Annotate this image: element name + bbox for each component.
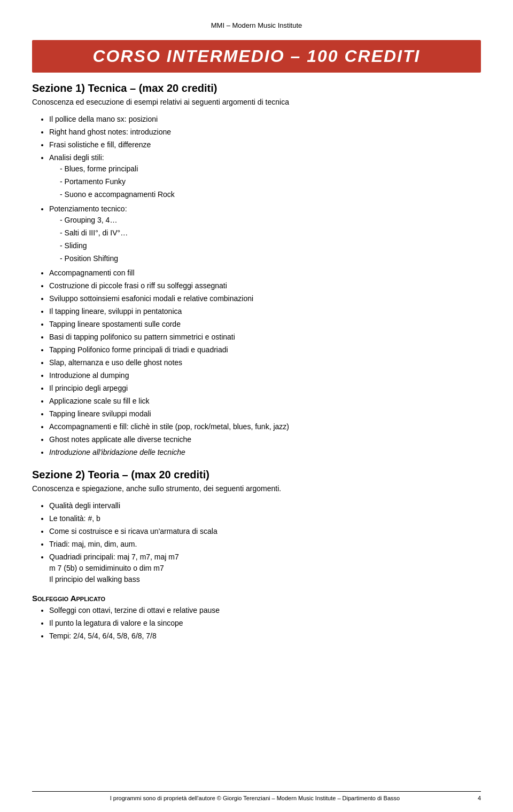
list-item: Il principio degli arpeggi xyxy=(49,383,481,394)
section1-subtitle: Conoscenza ed esecuzione di esempi relat… xyxy=(32,98,481,106)
header-title: MMI – Modern Music Institute xyxy=(211,21,302,29)
sub-list-item: Sliding xyxy=(60,240,481,251)
list-item: Accompagnamenti e fill: clichè in stile … xyxy=(49,421,481,432)
list-item: Le tonalità: #, b xyxy=(49,513,481,524)
list-item: Frasi solistiche e fill, differenze xyxy=(49,139,481,151)
potenziamento-label: Potenziamento tecnico: xyxy=(49,204,127,213)
solfeggio-title: Solfeggio Applicato xyxy=(32,594,481,603)
list-item: Il punto la legatura di valore e la sinc… xyxy=(49,618,481,629)
sub-list-item: Suono e accompagnamenti Rock xyxy=(60,189,481,200)
section2-list: Qualità degli intervalli Le tonalità: #,… xyxy=(49,500,481,585)
solfeggio-block: Solfeggio Applicato Solfeggi con ottavi,… xyxy=(32,594,481,642)
list-item: Introduzione al dumping xyxy=(49,370,481,381)
list-item: Slap, alternanza e uso delle ghost notes xyxy=(49,357,481,368)
list-item: Analisi degli stili: Blues, forme princi… xyxy=(49,152,481,200)
course-title: CORSO INTERMEDIO – 100 CREDITI xyxy=(93,46,421,66)
potenziamento-sublist: Grouping 3, 4… Salti di III°, di IV°… Sl… xyxy=(60,215,481,264)
page-number: 4 xyxy=(478,795,481,801)
list-item: Costruzione di piccole frasi o riff su s… xyxy=(49,280,481,291)
footer-text: I programmi sono di proprietà dell'autor… xyxy=(110,795,400,801)
list-item: Tapping lineare spostamenti sulle corde xyxy=(49,319,481,330)
list-item: Come si costruisce e si ricava un'armatu… xyxy=(49,526,481,537)
list-item: Introduzione all'ibridazione delle tecni… xyxy=(49,447,481,458)
section1-title: Sezione 1) Tecnica – (max 20 crediti) xyxy=(32,82,481,94)
list-item: Triadi: maj, min, dim, aum. xyxy=(49,539,481,550)
list-item: Solfeggi con ottavi, terzine di ottavi e… xyxy=(49,605,481,616)
course-title-banner: CORSO INTERMEDIO – 100 CREDITI xyxy=(32,40,481,73)
list-item: Quadriadi principali: maj 7, m7, maj m7 … xyxy=(49,551,481,585)
list-item: Il tapping lineare, sviluppi in pentaton… xyxy=(49,306,481,317)
sub-list-item: Blues, forme principali xyxy=(60,163,481,175)
page-header: MMI – Modern Music Institute xyxy=(32,21,481,29)
list-item: Accompagnamenti con fill xyxy=(49,267,481,279)
page: MMI – Modern Music Institute CORSO INTER… xyxy=(0,0,513,812)
sub-list-item: Portamento Funky xyxy=(60,176,481,187)
section1-block: Sezione 1) Tecnica – (max 20 crediti) Co… xyxy=(32,82,481,458)
page-footer: 4 I programmi sono di proprietà dell'aut… xyxy=(32,791,481,801)
section2-title: Sezione 2) Teoria – (max 20 crediti) xyxy=(32,469,481,481)
analisi-sublist: Blues, forme principali Portamento Funky… xyxy=(60,163,481,200)
list-item: Potenziamento tecnico: Grouping 3, 4… Sa… xyxy=(49,203,481,264)
sub-list-item: Grouping 3, 4… xyxy=(60,215,481,226)
section2-subtitle: Conoscenza e spiegazione, anche sullo st… xyxy=(32,484,481,493)
solfeggio-list: Solfeggi con ottavi, terzine di ottavi e… xyxy=(49,605,481,642)
section2-block: Sezione 2) Teoria – (max 20 crediti) Con… xyxy=(32,469,481,642)
list-item: Right hand ghost notes: introduzione xyxy=(49,127,481,138)
list-item: Tapping lineare sviluppi modali xyxy=(49,408,481,420)
list-item: Il pollice della mano sx: posizioni xyxy=(49,114,481,125)
list-item: Tapping Polifonico forme principali di t… xyxy=(49,344,481,356)
list-item: Tempi: 2/4, 5/4, 6/4, 5/8, 6/8, 7/8 xyxy=(49,630,481,642)
list-item: Sviluppo sottoinsiemi esafonici modali e… xyxy=(49,293,481,304)
list-item: Basi di tapping polifonico su pattern si… xyxy=(49,332,481,343)
list-item: Qualità degli intervalli xyxy=(49,500,481,511)
analisi-label: Analisi degli stili: xyxy=(49,153,104,162)
section1-list: Il pollice della mano sx: posizioni Righ… xyxy=(49,114,481,458)
list-item: Ghost notes applicate alle diverse tecni… xyxy=(49,434,481,445)
sub-list-item: Position Shifting xyxy=(60,253,481,264)
sub-list-item: Salti di III°, di IV°… xyxy=(60,227,481,239)
list-item: Applicazione scale su fill e lick xyxy=(49,396,481,407)
